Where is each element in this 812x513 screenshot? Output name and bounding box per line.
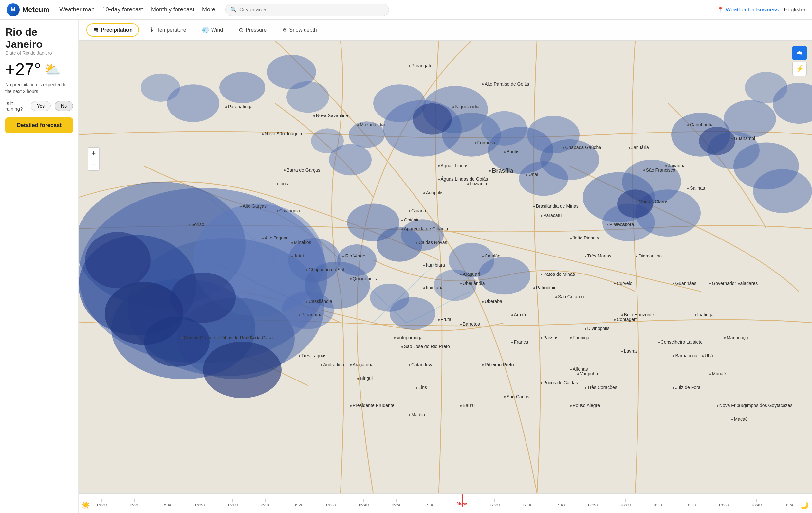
map-background: BrasíliaGoianaGoiâniaBelo HorizonteApare… xyxy=(79,40,812,493)
timeline-tick: 17:20 xyxy=(478,499,511,507)
search-input[interactable] xyxy=(239,7,384,13)
state-name: State of Rio de Janiero xyxy=(5,50,73,56)
svg-point-48 xyxy=(311,128,344,153)
svg-point-10 xyxy=(144,316,209,366)
layer-precipitation[interactable]: 🌧 Precipitation xyxy=(86,23,139,37)
timeline-tick: 18:20 xyxy=(674,499,707,507)
svg-point-43 xyxy=(141,73,180,102)
header: M Meteum Weather map 10-day forecast Mon… xyxy=(0,0,812,20)
timeline-tick: 15:40 xyxy=(151,499,183,507)
map-area[interactable]: BrasíliaGoianaGoiâniaBelo HorizonteApare… xyxy=(79,40,812,493)
weather-icon: ⛅ xyxy=(44,62,61,77)
search-icon: 🔍 xyxy=(230,6,237,13)
chevron-down-icon: ▾ xyxy=(804,7,806,12)
search-bar[interactable]: 🔍 xyxy=(225,4,389,16)
timeline-tick: 17:40 xyxy=(544,499,576,507)
timeline-tick: 16:30 xyxy=(314,499,347,507)
svg-point-55 xyxy=(745,72,787,103)
lightning-button[interactable]: ⚡ xyxy=(792,61,807,76)
pressure-icon: ⊙ xyxy=(239,27,243,34)
sidebar: Rio de Janeiro State of Rio de Janiero +… xyxy=(0,20,79,513)
temp-row: +27° ⛅ xyxy=(5,60,73,79)
svg-point-27 xyxy=(481,111,527,146)
city-name: Rio de Janeiro xyxy=(5,26,73,50)
precipitation-message: No precipitation is expected for the nex… xyxy=(5,82,73,95)
header-right: 📍 Weather for Business English ▾ xyxy=(717,6,806,13)
svg-point-15 xyxy=(282,292,334,329)
layer-pressure[interactable]: ⊙ Pressure xyxy=(233,24,272,36)
svg-point-12 xyxy=(85,232,151,289)
layer-snow-depth[interactable]: ❄ Snow depth xyxy=(276,24,323,36)
temperature-icon: 🌡 xyxy=(149,27,155,33)
layer-pressure-label: Pressure xyxy=(245,27,266,33)
timeline-tick: 16:00 xyxy=(216,499,249,507)
zoom-controls: + − xyxy=(88,147,99,171)
timeline-tick: 15:30 xyxy=(118,499,151,507)
svg-point-50 xyxy=(478,257,530,295)
svg-point-29 xyxy=(519,161,568,195)
logo-text: Meteum xyxy=(22,6,50,14)
language-selector[interactable]: English ▾ xyxy=(784,6,806,13)
svg-point-51 xyxy=(434,270,476,301)
logo[interactable]: M Meteum xyxy=(6,3,50,17)
precipitation-icon: 🌧 xyxy=(93,27,99,33)
svg-point-47 xyxy=(349,121,385,148)
timeline-tick: 15:50 xyxy=(183,499,216,507)
nav-more[interactable]: More xyxy=(202,6,215,13)
timeline-tick: 16:20 xyxy=(282,499,314,507)
weather-for-business[interactable]: 📍 Weather for Business xyxy=(717,6,779,13)
timeline-tick: 18:30 xyxy=(707,499,740,507)
zoom-out-button[interactable]: − xyxy=(88,159,99,171)
svg-point-11 xyxy=(203,341,282,398)
layer-wind-label: Wind xyxy=(211,27,223,33)
temperature-display: +27° xyxy=(5,60,41,79)
timeline-tick: 17:00 xyxy=(412,499,445,507)
timeline-tick: 17:50 xyxy=(576,499,609,507)
layer-temperature[interactable]: 🌡 Temperature xyxy=(143,24,192,36)
svg-point-39 xyxy=(753,169,812,213)
raining-label: Is it raining? xyxy=(5,100,27,112)
svg-point-38 xyxy=(724,100,776,138)
timeline-ticks: 15:20 15:30 15:40 15:50 16:00 16:10 16:2… xyxy=(85,499,806,507)
rain-layer-button[interactable]: 🌧 xyxy=(792,46,807,60)
svg-point-42 xyxy=(220,72,265,103)
nav-weather-map[interactable]: Weather map xyxy=(59,6,95,13)
svg-point-24 xyxy=(412,103,452,135)
timeline: ☀️ 15:20 15:30 15:40 15:50 16:00 16:10 1… xyxy=(79,493,812,513)
timeline-tick: 16:10 xyxy=(249,499,282,507)
map-svg xyxy=(79,40,812,493)
timeline-moon-icon: 🌙 xyxy=(800,501,809,510)
nav-monthly[interactable]: Monthly forecast xyxy=(151,6,194,13)
logo-icon: M xyxy=(6,3,20,17)
detailed-forecast-button[interactable]: Detailed forecast xyxy=(5,117,73,133)
nav-10day[interactable]: 10-day forecast xyxy=(103,6,143,13)
right-controls: 🌧 ⚡ xyxy=(792,46,807,76)
no-button[interactable]: No xyxy=(55,101,73,111)
timeline-tick: 16:50 xyxy=(380,499,412,507)
layer-temperature-label: Temperature xyxy=(157,27,186,33)
wind-icon: 💨 xyxy=(202,27,209,34)
layer-snow-depth-label: Snow depth xyxy=(289,27,317,33)
timeline-tick: 18:00 xyxy=(609,499,642,507)
svg-point-19 xyxy=(401,219,444,251)
timeline-tick: 18:40 xyxy=(740,499,773,507)
layer-precipitation-label: Precipitation xyxy=(101,27,133,33)
yes-button[interactable]: Yes xyxy=(31,101,51,111)
svg-point-9 xyxy=(170,273,236,323)
timeline-tick: 15:20 xyxy=(85,499,118,507)
map-layer-controls: 🌧 Precipitation 🌡 Temperature 💨 Wind ⊙ P… xyxy=(79,20,812,40)
snow-depth-icon: ❄ xyxy=(282,27,287,34)
timeline-tick: 16:40 xyxy=(347,499,380,507)
svg-point-34 xyxy=(617,189,653,217)
timeline-tick: 17:30 xyxy=(511,499,544,507)
svg-point-53 xyxy=(389,297,435,330)
raining-row: Is it raining? Yes No xyxy=(5,100,73,112)
svg-point-18 xyxy=(337,244,377,276)
main-nav: Weather map 10-day forecast Monthly fore… xyxy=(59,6,215,13)
timeline-tick: 18:10 xyxy=(642,499,674,507)
layer-wind[interactable]: 💨 Wind xyxy=(196,24,229,36)
timeline-tick: Now xyxy=(445,501,478,506)
svg-point-45 xyxy=(287,82,329,113)
svg-point-40 xyxy=(699,127,735,155)
zoom-in-button[interactable]: + xyxy=(88,147,99,159)
